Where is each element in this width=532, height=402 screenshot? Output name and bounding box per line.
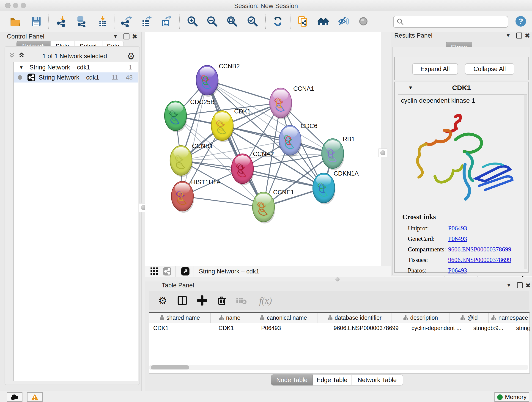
network-node-CDC25B[interactable] [165, 101, 187, 132]
panel-menu-icon[interactable]: ▼ [506, 32, 511, 38]
show-hidden-button[interactable] [357, 15, 370, 28]
network-node-CDK1[interactable] [211, 111, 234, 142]
panel-close-icon[interactable]: ✖ [525, 32, 530, 39]
column-header[interactable]: @id [450, 313, 489, 323]
zoom-fit-button[interactable] [226, 15, 239, 28]
column-header[interactable]: name [210, 313, 249, 323]
zoom-in-button[interactable] [186, 15, 199, 28]
tab-node-table[interactable]: Node Table [271, 375, 313, 385]
import-table-button[interactable] [96, 15, 109, 28]
panel-float-icon[interactable] [516, 32, 522, 38]
crosslink-link[interactable]: P06493 [448, 267, 467, 274]
crosslink-link[interactable]: 9606.ENSP00000378699 [448, 246, 511, 253]
panel-menu-icon[interactable]: ▼ [506, 282, 511, 288]
results-scrollbar[interactable] [524, 95, 527, 269]
open-in-new-window-button[interactable] [180, 265, 190, 277]
collapse-triangle-icon[interactable]: ▼ [19, 65, 24, 70]
table-horizontal-scrollbar[interactable] [149, 365, 528, 370]
collapse-all-button[interactable]: Collapse All [465, 63, 514, 75]
crosslink-link[interactable]: P06493 [448, 225, 467, 232]
cell-description[interactable]: cyclin-dependent ... [407, 323, 469, 333]
panel-float-icon[interactable] [517, 282, 523, 288]
birdseye-grid-button[interactable] [150, 265, 159, 277]
network-node-CCNB1[interactable] [170, 146, 193, 177]
network-node-HIST1H1A[interactable] [171, 181, 194, 213]
column-header[interactable]: namespace [489, 313, 530, 323]
crosslink-link[interactable]: 9606.ENSP00000378699 [448, 256, 511, 264]
import-network-file-button[interactable] [56, 15, 69, 28]
warnings-button[interactable] [27, 392, 43, 402]
column-header[interactable]: description [392, 313, 450, 323]
network-collection-row[interactable]: ▼ String Network – cdk1 1 [14, 62, 138, 72]
search-icon [396, 18, 404, 26]
expand-all-button[interactable]: Expand All [412, 63, 458, 75]
node-attribute-table[interactable]: shared name name canonical name database… [149, 312, 530, 374]
crosslinks-heading: CrossLinks [402, 213, 436, 221]
show-columns-button[interactable] [177, 294, 188, 306]
hide-selected-button[interactable] [337, 15, 350, 28]
refresh-button[interactable] [272, 15, 284, 28]
delete-column-button[interactable] [216, 294, 228, 306]
column-header[interactable]: shared name [149, 313, 210, 323]
add-column-button[interactable] [196, 294, 208, 306]
network-style-button[interactable] [162, 265, 172, 277]
crosslink-label: Uniprot: [408, 225, 448, 232]
gear-icon[interactable]: ⚙ [127, 51, 135, 61]
clone-network-button[interactable] [297, 15, 309, 28]
edge-CDK1-RB1[interactable] [222, 126, 333, 153]
crosslink-link[interactable]: P06493 [448, 235, 467, 242]
panel-menu-icon[interactable]: ▼ [113, 33, 118, 39]
collapse-all-icon[interactable] [9, 52, 19, 60]
cell-namespace[interactable]: stringdb [512, 323, 530, 333]
network-node-CDKN1A[interactable] [313, 173, 336, 204]
network-node-CCNE1[interactable] [253, 192, 275, 223]
network-share-icon [27, 73, 36, 82]
export-table-button[interactable] [139, 15, 152, 28]
tab-edge-table[interactable]: Edge Table [313, 375, 351, 385]
table-toolbar: ⚙ [149, 291, 529, 310]
expand-all-icon[interactable] [19, 52, 29, 60]
table-row[interactable]: CDK1 CDK1 P06493 9606.ENSP00000378699 cy… [149, 323, 530, 333]
edge-CCNB2-CCNE1[interactable] [207, 80, 264, 207]
network-view-canvas[interactable]: CCNB2CCNA1CDC25BCDK1CDC6RB1CCNB1CCNA2CDK… [145, 32, 381, 266]
save-session-button[interactable] [30, 15, 43, 28]
cell-database-identifier[interactable]: 9606.ENSP00000378699 [329, 323, 407, 333]
network-node-CCNA2[interactable] [231, 154, 254, 185]
tab-network-table[interactable]: Network Table [351, 375, 403, 385]
network-node-CCNA1[interactable] [270, 88, 292, 119]
cloud-status-button[interactable] [7, 392, 22, 402]
bottom-splitter-handle[interactable] [336, 277, 340, 281]
zoom-out-button[interactable] [206, 15, 219, 28]
panel-close-icon[interactable]: ✖ [132, 33, 137, 40]
network-row-selected[interactable]: String Network – cdk1 11 48 [14, 72, 138, 83]
memory-button[interactable]: Memory [494, 392, 529, 402]
import-network-database-button[interactable] [75, 15, 88, 28]
table-panel-title: Table Panel [162, 282, 194, 289]
edge-CCNA2-CDKN1A[interactable] [242, 169, 324, 188]
network-node-CCNB2[interactable] [196, 65, 219, 97]
export-image-button[interactable] [159, 15, 172, 28]
zoom-selected-button[interactable] [246, 15, 259, 28]
edge-HIST1H1A-CCNE1[interactable] [182, 196, 264, 207]
export-network-button[interactable] [120, 15, 133, 28]
network-node-RB1[interactable] [322, 139, 344, 170]
panel-close-icon[interactable]: ✖ [525, 282, 531, 289]
table-settings-gear-icon[interactable]: ⚙ [157, 294, 169, 306]
cell-name[interactable]: CDK1 [215, 323, 257, 333]
open-file-button[interactable] [9, 15, 22, 28]
search-input[interactable] [406, 17, 508, 27]
home-view-button[interactable] [317, 15, 330, 28]
panel-float-icon[interactable] [123, 33, 129, 39]
right-splitter-handle[interactable] [379, 148, 387, 157]
plus-icon [197, 295, 207, 306]
help-button[interactable]: ? [514, 15, 527, 28]
function-builder-button-disabled: f(x) [255, 294, 276, 306]
toolbar-separator [291, 14, 291, 29]
cell-canonical-name[interactable]: P06493 [257, 323, 329, 333]
column-header[interactable]: database identifier [318, 313, 392, 323]
network-node-CDC6[interactable] [279, 125, 302, 157]
cell-id[interactable]: stringdb:9... [469, 323, 512, 333]
cell-shared-name[interactable]: CDK1 [149, 323, 215, 333]
scrollbar-thumb[interactable] [151, 365, 189, 370]
column-header[interactable]: canonical name [249, 313, 318, 323]
